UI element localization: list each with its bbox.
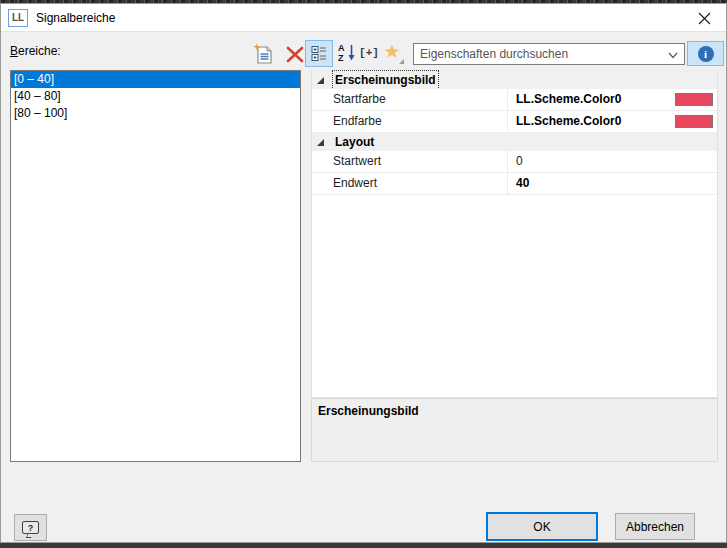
- favorites-button[interactable]: ★: [380, 41, 404, 66]
- ok-button[interactable]: OK: [486, 512, 598, 541]
- window-title: Signalbereiche: [36, 4, 115, 32]
- list-item-range-2[interactable]: [80 – 100]: [11, 105, 300, 122]
- app-logo-icon: LL: [8, 9, 28, 27]
- cancel-button[interactable]: Abbrechen: [615, 513, 695, 540]
- property-name: Endfarbe: [333, 111, 382, 132]
- property-name: Startwert: [333, 151, 381, 172]
- property-row-startwert[interactable]: Startwert 0: [312, 151, 717, 173]
- property-row-startfarbe[interactable]: Startfarbe LL.Scheme.Color0: [312, 89, 717, 111]
- title-bar[interactable]: LL Signalbereiche: [1, 4, 726, 32]
- new-document-icon: [251, 42, 275, 66]
- ranges-listbox[interactable]: [0 – 40] [40 – 80] [80 – 100]: [10, 70, 301, 462]
- list-item-range-0[interactable]: [0 – 40]: [11, 71, 300, 88]
- description-title: Erscheinungsbild: [318, 404, 419, 418]
- expand-all-button[interactable]: [+]: [357, 41, 381, 65]
- property-description-pane: Erscheinungsbild: [311, 398, 718, 462]
- close-button[interactable]: [689, 4, 719, 32]
- help-bubble-icon: ?: [22, 521, 39, 534]
- ranges-label-accel: B: [10, 44, 18, 58]
- sort-alphabetical-button[interactable]: A Z: [336, 41, 357, 65]
- collapse-triangle-icon[interactable]: [316, 76, 325, 85]
- property-name: Startfarbe: [333, 89, 386, 110]
- category-label[interactable]: Layout: [333, 133, 376, 151]
- svg-text:Z: Z: [338, 53, 344, 63]
- property-value[interactable]: 40: [507, 173, 717, 194]
- background-behind-window-bottom: [0, 543, 727, 548]
- property-row-endwert[interactable]: Endwert 40: [312, 173, 717, 195]
- help-button[interactable]: ?: [14, 514, 47, 541]
- close-icon: [698, 12, 711, 25]
- color-swatch[interactable]: [675, 93, 713, 106]
- chevron-down-icon[interactable]: [666, 48, 680, 62]
- category-label[interactable]: Erscheinungsbild: [333, 71, 438, 89]
- ranges-label-rest: ereiche:: [18, 44, 61, 58]
- category-row-erscheinungsbild[interactable]: Erscheinungsbild: [312, 71, 717, 89]
- star-icon: ★: [383, 41, 400, 62]
- search-combobox[interactable]: [413, 43, 685, 65]
- info-button[interactable]: i: [687, 41, 724, 66]
- info-icon: i: [698, 46, 714, 62]
- sort-az-icon: A Z: [337, 42, 357, 64]
- svg-text:A: A: [338, 43, 345, 53]
- delete-range-button[interactable]: [284, 43, 306, 67]
- property-grid: Erscheinungsbild Startfarbe LL.Scheme.Co…: [311, 70, 718, 398]
- ranges-label: Bereiche:: [10, 44, 61, 58]
- categorized-view-button[interactable]: [305, 40, 333, 67]
- add-range-button[interactable]: [250, 42, 276, 68]
- color-swatch[interactable]: [675, 115, 713, 128]
- screen: { "window": { "app_icon_text": "LL", "ti…: [0, 0, 727, 548]
- signalbereiche-dialog: LL Signalbereiche Bereiche: [0 – 40] [40…: [0, 3, 727, 543]
- property-name: Endwert: [333, 173, 377, 194]
- list-item-range-1[interactable]: [40 – 80]: [11, 88, 300, 105]
- categorized-view-icon: [311, 45, 328, 62]
- property-row-endfarbe[interactable]: Endfarbe LL.Scheme.Color0: [312, 111, 717, 133]
- property-value[interactable]: 0: [507, 151, 717, 172]
- search-input[interactable]: [414, 44, 664, 64]
- collapse-triangle-icon[interactable]: [316, 138, 325, 147]
- delete-x-icon: [285, 44, 305, 64]
- category-row-layout[interactable]: Layout: [312, 133, 717, 151]
